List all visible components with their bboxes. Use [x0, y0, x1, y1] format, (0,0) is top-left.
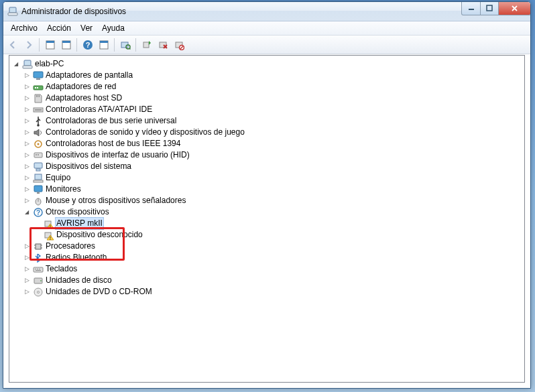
expand-toggle[interactable] — [21, 264, 32, 275]
app-icon — [7, 6, 18, 17]
tree-node-label[interactable]: Controladoras host de bus IEEE 1394 — [46, 138, 180, 149]
expand-toggle[interactable] — [21, 150, 32, 161]
tree-node-label[interactable]: Procesadores — [46, 241, 95, 252]
tree-node[interactable]: AVRISP mkII — [32, 218, 523, 229]
update-driver-button[interactable] — [139, 37, 154, 52]
expand-toggle[interactable] — [21, 287, 32, 298]
tree-node-label[interactable]: Otros dispositivos — [46, 206, 109, 218]
minimize-button[interactable] — [461, 2, 481, 15]
tree-node[interactable]: Controladoras host de bus IEEE 1394 — [21, 138, 523, 149]
other-icon — [33, 207, 44, 218]
tree-node-label[interactable]: Adaptadores host SD — [46, 92, 122, 104]
tree-node[interactable]: Procesadores — [21, 241, 523, 252]
tree-node[interactable]: Teclados — [21, 263, 523, 275]
hid-icon — [33, 150, 44, 161]
expand-toggle[interactable] — [21, 93, 32, 104]
forward-button[interactable] — [21, 37, 36, 52]
tree-node[interactable]: Controladoras de bus serie universal — [21, 115, 523, 127]
tree-node-label[interactable]: Teclados — [46, 263, 77, 275]
mouse-icon — [33, 196, 44, 206]
tree-node-label[interactable]: Unidades de DVD o CD-ROM — [46, 286, 152, 298]
tree-node-label[interactable]: Dispositivo desconocido — [56, 229, 143, 241]
expand-toggle[interactable] — [21, 82, 32, 92]
tree-node[interactable]: Dispositivo desconocido — [32, 229, 523, 241]
disk-icon — [33, 275, 44, 286]
menu-action[interactable]: Acción — [42, 22, 76, 34]
tree-node-label[interactable]: Unidades de disco — [46, 275, 112, 286]
tree-node[interactable]: Adaptadores host SD — [21, 92, 523, 104]
tree-node[interactable]: Otros dispositivos — [21, 206, 523, 218]
expand-toggle[interactable] — [21, 70, 32, 81]
device-tree: elab-PCAdaptadores de pantallaAdaptadore… — [11, 58, 523, 298]
pc-icon — [33, 173, 44, 184]
expand-toggle[interactable] — [21, 184, 32, 195]
expand-toggle[interactable] — [21, 196, 32, 206]
expand-toggle[interactable] — [21, 241, 32, 252]
cpu-icon — [33, 241, 44, 252]
kb-icon — [33, 264, 44, 275]
tree-node-label[interactable]: Radios Bluetooth — [46, 252, 107, 263]
expand-toggle[interactable] — [21, 207, 32, 218]
properties-button[interactable] — [58, 37, 74, 52]
tree-node-label[interactable]: Mouse y otros dispositivos señaladores — [46, 195, 186, 206]
action-button[interactable] — [96, 37, 111, 52]
expand-toggle[interactable] — [11, 59, 21, 70]
tree-node[interactable]: Adaptadores de red — [21, 81, 523, 92]
sd-icon — [33, 93, 44, 104]
tree-node-label[interactable]: Adaptadores de red — [46, 81, 116, 92]
expand-toggle[interactable] — [21, 105, 32, 115]
pcroot-icon — [22, 59, 33, 70]
tree-node-label[interactable]: Controladoras ATA/ATAPI IDE — [46, 104, 152, 115]
expand-toggle[interactable] — [32, 230, 43, 241]
help-button[interactable] — [80, 37, 95, 52]
tree-node[interactable]: Monitores — [21, 184, 523, 195]
menu-help[interactable]: Ayuda — [97, 22, 129, 34]
expand-toggle[interactable] — [21, 253, 32, 263]
expand-toggle[interactable] — [21, 161, 32, 172]
expand-toggle[interactable] — [32, 218, 43, 229]
tree-node[interactable]: Unidades de disco — [21, 275, 523, 286]
close-button[interactable] — [499, 2, 531, 15]
tree-node-label[interactable]: Controladoras de bus serie universal — [46, 115, 176, 127]
expand-toggle[interactable] — [21, 173, 32, 184]
tree-node-label[interactable]: AVRISP mkII — [55, 217, 104, 230]
scan-hardware-button[interactable] — [117, 37, 133, 52]
separator — [39, 38, 40, 52]
maximize-button[interactable] — [481, 2, 499, 15]
expand-toggle[interactable] — [21, 127, 32, 138]
usb-icon — [33, 116, 44, 127]
uninstall-button[interactable] — [155, 37, 170, 52]
expand-toggle[interactable] — [21, 275, 32, 286]
tree-node[interactable]: Unidades de DVD o CD-ROM — [21, 286, 523, 298]
display-icon — [33, 70, 44, 81]
device-manager-window: Administrador de dispositivos Archivo Ac… — [3, 1, 531, 389]
menubar: Archivo Acción Ver Ayuda — [3, 21, 530, 36]
tree-node-label[interactable]: Dispositivos de interfaz de usuario (HID… — [46, 149, 190, 161]
mon-icon — [33, 184, 44, 195]
tree-node-label[interactable]: Monitores — [46, 184, 81, 195]
tree-node[interactable]: Dispositivos de interfaz de usuario (HID… — [21, 149, 523, 161]
menu-view[interactable]: Ver — [76, 22, 97, 34]
tree-node[interactable]: Radios Bluetooth — [21, 252, 523, 263]
tree-node[interactable]: elab-PC — [11, 58, 523, 70]
tree-node-label[interactable]: Controladoras de sonido y vídeo y dispos… — [46, 127, 245, 138]
tree-node[interactable]: Controladoras ATA/ATAPI IDE — [21, 104, 523, 115]
expand-toggle[interactable] — [21, 116, 32, 127]
tree-pane[interactable]: elab-PCAdaptadores de pantallaAdaptadore… — [9, 55, 525, 383]
back-button[interactable] — [5, 37, 20, 52]
net-icon — [33, 82, 44, 92]
bt-icon — [33, 253, 44, 263]
show-hide-tree-button[interactable] — [42, 37, 58, 52]
tree-node-label[interactable]: Equipo — [46, 172, 70, 184]
disable-button[interactable] — [171, 37, 186, 52]
tree-node[interactable]: Controladoras de sonido y vídeo y dispos… — [21, 127, 523, 138]
tree-node-label[interactable]: Adaptadores de pantalla — [46, 70, 133, 81]
tree-node[interactable]: Mouse y otros dispositivos señaladores — [21, 195, 523, 206]
tree-node[interactable]: Dispositivos del sistema — [21, 161, 523, 172]
tree-node-label[interactable]: elab-PC — [35, 58, 64, 70]
tree-node-label[interactable]: Dispositivos del sistema — [46, 161, 131, 172]
menu-file[interactable]: Archivo — [6, 22, 42, 34]
tree-node[interactable]: Equipo — [21, 172, 523, 184]
expand-toggle[interactable] — [21, 139, 32, 149]
tree-node[interactable]: Adaptadores de pantalla — [21, 70, 523, 81]
